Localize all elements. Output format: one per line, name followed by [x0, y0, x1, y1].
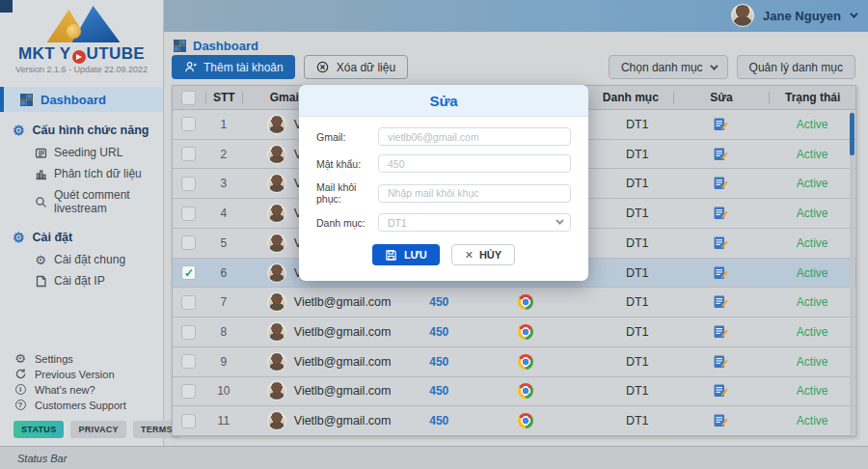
status-bar: Status Bar: [0, 446, 868, 469]
gear-icon: ⚙: [13, 231, 25, 244]
row-checkbox[interactable]: [181, 117, 196, 131]
row-checkbox[interactable]: [181, 325, 196, 340]
row-browser: [473, 294, 579, 310]
row-edit-button[interactable]: [673, 147, 770, 162]
status-badge: Active: [769, 207, 855, 220]
col-status: Trạng thái: [769, 92, 855, 104]
row-gmail: Vietlb@gmail.com: [242, 322, 406, 342]
row-stt: 9: [205, 355, 242, 369]
row-stt: 6: [205, 266, 242, 280]
row-edit-button[interactable]: [673, 294, 770, 310]
status-badge: Active: [769, 266, 855, 280]
row-edit-button[interactable]: [673, 176, 770, 191]
row-category: DT1: [579, 325, 673, 339]
table-scrollbar[interactable]: [850, 111, 854, 434]
footer-link[interactable]: Previous Version: [14, 368, 126, 380]
sidebar-section-1[interactable]: ⚙Cài đặt: [0, 219, 163, 249]
avatar: [267, 263, 286, 283]
modal-field-password: Mật khẩu:: [316, 154, 571, 173]
row-browser: [473, 413, 579, 428]
footer-link[interactable]: ?Customers Support: [14, 399, 126, 411]
badge-status[interactable]: STATUS: [14, 421, 64, 438]
row-gmail: Vietlb@gmail.com: [242, 292, 406, 312]
row-checkbox[interactable]: [181, 384, 196, 399]
save-disk-icon: [385, 248, 398, 262]
sidebar-section-0[interactable]: ⚙Cấu hình chức năng: [0, 112, 163, 142]
question-icon: ?: [14, 399, 27, 412]
row-category: DT1: [579, 266, 673, 280]
row-category: DT1: [579, 355, 673, 369]
choose-category-dropdown[interactable]: Chọn danh mục: [609, 55, 728, 79]
row-checkbox[interactable]: [181, 235, 196, 250]
table-row[interactable]: 10Vietlb@gmail.com450DT1Active: [173, 376, 855, 406]
chrome-icon: [518, 324, 533, 340]
footer-link[interactable]: iWhat's new?: [14, 383, 126, 396]
row-category: DT1: [579, 207, 673, 220]
table-scrollbar-thumb[interactable]: [850, 113, 854, 155]
sidebar-badges: STATUSPRIVACYTERMS: [14, 421, 180, 438]
sidebar-sections: ⚙Cấu hình chức năngSeeding URLPhân tích …: [0, 112, 163, 291]
gear-icon: ⚙: [14, 352, 27, 366]
row-edit-button[interactable]: [673, 383, 770, 399]
sidebar-item-dashboard[interactable]: Dashboard: [0, 87, 163, 112]
row-password: 450: [405, 414, 473, 428]
row-checkbox[interactable]: ✓: [181, 265, 196, 280]
row-password: 450: [405, 325, 473, 339]
delete-data-button[interactable]: Xóa dữ liệu: [304, 55, 408, 79]
table-row[interactable]: 7Vietlb@gmail.com450DT1Active: [173, 287, 855, 317]
row-edit-button[interactable]: [673, 354, 770, 370]
row-checkbox[interactable]: [181, 295, 196, 310]
modal-field-category: Danh mục: DT1: [316, 213, 571, 232]
table-row[interactable]: 8Vietlb@gmail.com450DT1Active: [173, 317, 855, 346]
recovery-mail-input[interactable]: [378, 184, 571, 203]
sidebar-item[interactable]: Quét comment livestream: [0, 184, 163, 219]
status-badge: Active: [769, 118, 855, 131]
sidebar-item[interactable]: Cài đặt IP: [0, 270, 163, 291]
col-edit: Sửa: [673, 92, 770, 104]
select-all-checkbox[interactable]: [181, 91, 196, 105]
row-edit-button[interactable]: [673, 324, 770, 340]
row-edit-button[interactable]: [673, 413, 770, 428]
cancel-button[interactable]: ✕ HỦY: [451, 244, 515, 265]
row-checkbox[interactable]: [181, 414, 196, 428]
sidebar-footer-links: ⚙SettingsPrevious VersioniWhat's new??Cu…: [14, 352, 126, 411]
row-edit-button[interactable]: [673, 117, 770, 132]
row-stt: 4: [205, 207, 242, 220]
person-add-icon: [183, 61, 197, 74]
page-icon: [34, 274, 47, 288]
status-badge: Active: [769, 236, 855, 250]
sidebar-item[interactable]: Seeding URL: [0, 142, 163, 163]
table-row[interactable]: 9Vietlb@gmail.com450DT1Active: [173, 346, 855, 376]
row-checkbox[interactable]: [181, 177, 196, 191]
row-stt: 1: [205, 118, 242, 131]
row-edit-button[interactable]: [673, 265, 770, 281]
row-category: DT1: [579, 118, 673, 131]
user-menu[interactable]: Jane Nguyen: [731, 4, 855, 27]
footer-link[interactable]: ⚙Settings: [14, 352, 126, 365]
row-edit-button[interactable]: [673, 235, 770, 251]
add-account-button[interactable]: Thêm tài khoản: [172, 55, 295, 79]
badge-privacy[interactable]: PRIVACY: [70, 421, 125, 438]
table-row[interactable]: 11Vietlb@gmail.com450DT1Active: [173, 405, 855, 435]
sidebar-item[interactable]: ⚙Cài đặt chung: [0, 249, 163, 270]
close-icon: ✕: [465, 249, 474, 262]
row-checkbox[interactable]: [181, 207, 196, 221]
row-edit-button[interactable]: [673, 206, 770, 221]
avatar: [267, 322, 286, 342]
save-button[interactable]: LƯU: [372, 244, 440, 265]
status-badge: Active: [769, 295, 855, 309]
col-stt: STT: [205, 92, 242, 104]
modal-title: Sửa: [299, 85, 588, 117]
sidebar-item[interactable]: Phân tích dữ liệu: [0, 163, 163, 184]
category-select[interactable]: DT1: [378, 213, 571, 232]
row-checkbox[interactable]: [181, 147, 196, 161]
password-input[interactable]: [378, 154, 571, 173]
search-icon: [34, 195, 47, 208]
row-checkbox[interactable]: [181, 354, 196, 369]
avatar: [267, 204, 286, 223]
gmail-input[interactable]: [378, 127, 571, 146]
manage-category-button[interactable]: Quản lý danh mục: [737, 55, 855, 79]
chevron-down-icon: [710, 62, 718, 69]
avatar: [267, 115, 286, 134]
status-badge: Active: [769, 414, 855, 428]
